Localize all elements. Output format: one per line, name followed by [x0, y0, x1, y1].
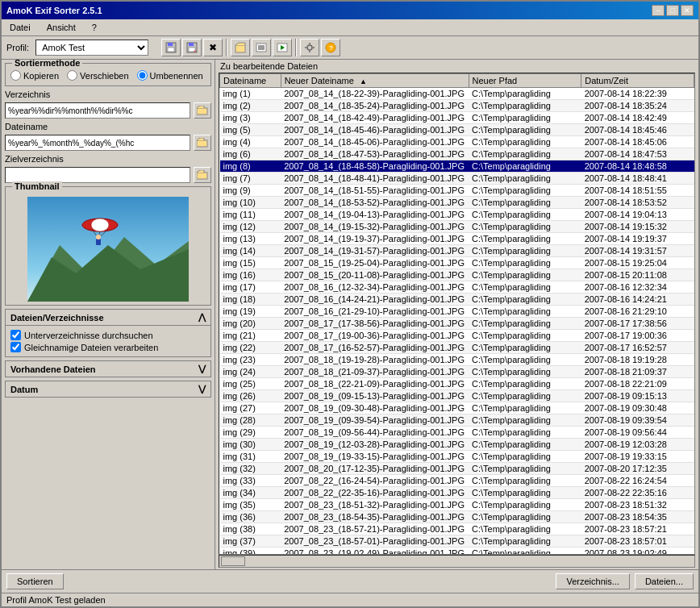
files-section-header[interactable]: Dateien/Verzeichnisse ⋀	[5, 309, 211, 326]
delete-profile-button[interactable]: ✖	[203, 39, 223, 56]
table-row[interactable]: img (16)2007_08_15_(20-11-08)-Paraglidin…	[220, 269, 694, 281]
col-new-path[interactable]: Neuer Pfad	[469, 74, 581, 88]
toolbar-separator-1	[226, 39, 227, 56]
go-button[interactable]	[273, 39, 292, 56]
samename-checkbox[interactable]	[10, 342, 21, 352]
table-row[interactable]: img (39)2007_08_23_(19-02-49)-Paraglidin…	[220, 548, 694, 556]
target-dir-input[interactable]	[5, 167, 190, 183]
save-profile-as-button[interactable]: +	[182, 39, 202, 56]
directory-browse-button[interactable]	[194, 102, 211, 119]
table-row[interactable]: img (26)2007_08_19_(09-15-13)-Paraglidin…	[220, 390, 694, 402]
svg-rect-7	[235, 45, 245, 52]
file-table-container[interactable]: Dateiname Neuer Dateiname ▲ Neuer Pfad D…	[219, 73, 695, 555]
table-row[interactable]: img (29)2007_08_19_(09-56-44)-Paraglidin…	[220, 427, 694, 439]
table-row[interactable]: img (2)2007_08_14_(18-35-24)-Paragliding…	[220, 100, 694, 112]
table-row[interactable]: img (7)2007_08_14_(18-48-41)-Paragliding…	[220, 173, 694, 185]
table-row[interactable]: img (5)2007_08_14_(18-45-46)-Paragliding…	[220, 124, 694, 136]
menu-datei[interactable]: Datei	[5, 21, 35, 34]
radio-umbenennen[interactable]: Umbenennen	[137, 70, 203, 81]
h-scroll-thumb[interactable]	[221, 556, 245, 566]
table-row[interactable]: img (12)2007_08_14_(19-15-32)-Paraglidin…	[220, 221, 694, 233]
save-profile-button[interactable]	[161, 39, 181, 56]
directory-field-row	[5, 102, 211, 119]
col-datetime[interactable]: Datum/Zeit	[581, 74, 694, 88]
table-row[interactable]: img (8)2007_08_14_(18-48-58)-Paragliding…	[220, 160, 694, 173]
open-source-button[interactable]	[231, 39, 250, 56]
horizontal-scrollbar[interactable]	[219, 555, 695, 568]
table-row[interactable]: img (31)2007_08_19_(19-33-15)-Paraglidin…	[220, 451, 694, 463]
filename-input[interactable]	[5, 135, 190, 151]
table-row[interactable]: img (13)2007_08_14_(19-19-37)-Paraglidin…	[220, 233, 694, 245]
directory-button[interactable]: Verzeichnis...	[556, 573, 629, 589]
cell-filename: img (25)	[220, 378, 281, 390]
table-row[interactable]: img (30)2007_08_19_(12-03-28)-Paraglidin…	[220, 439, 694, 451]
list-button[interactable]	[252, 39, 271, 56]
cell-datetime: 2007-08-19 19:33:15	[581, 451, 694, 463]
table-row[interactable]: img (14)2007_08_14_(19-31-57)-Paraglidin…	[220, 245, 694, 257]
table-row[interactable]: img (19)2007_08_16_(21-29-10)-Paraglidin…	[220, 306, 694, 318]
radio-umbenennen-input[interactable]	[137, 70, 148, 81]
cell-new-path: C:\Temp\paragliding	[469, 233, 581, 245]
cell-new-filename: 2007_08_14_(19-19-37)-Paragliding-001.JP…	[281, 233, 469, 245]
minimize-button[interactable]: −	[652, 5, 665, 16]
cell-datetime: 2007-08-23 18:54:35	[581, 511, 694, 523]
cell-new-filename: 2007_08_17_(16-52-57)-Paragliding-001.JP…	[281, 342, 469, 354]
table-row[interactable]: img (34)2007_08_22_(22-35-16)-Paraglidin…	[220, 487, 694, 499]
date-section-header[interactable]: Datum ⋁	[5, 381, 211, 398]
directory-input[interactable]	[5, 102, 190, 119]
cell-new-path: C:\Temp\paragliding	[469, 402, 581, 414]
radio-kopieren-input[interactable]	[10, 70, 21, 81]
table-row[interactable]: img (15)2007_08_15_(19-25-04)-Paraglidin…	[220, 257, 694, 269]
sort-button[interactable]: Sortieren	[6, 573, 64, 589]
help-button[interactable]: ?	[321, 39, 340, 56]
svg-rect-2	[168, 48, 174, 52]
close-button[interactable]: ✕	[681, 5, 694, 16]
table-row[interactable]: img (37)2007_08_23_(18-57-01)-Paraglidin…	[220, 535, 694, 548]
table-row[interactable]: img (17)2007_08_16_(12-32-34)-Paraglidin…	[220, 281, 694, 294]
table-row[interactable]: img (11)2007_08_14_(19-04-13)-Paraglidin…	[220, 209, 694, 221]
svg-rect-4	[189, 43, 194, 46]
col-new-filename[interactable]: Neuer Dateiname ▲	[281, 74, 469, 88]
menu-ansicht[interactable]: Ansicht	[42, 21, 81, 34]
toolbar: Profil: AmoK Test + ✖	[2, 36, 698, 60]
radio-verschieben[interactable]: Verschieben	[67, 70, 129, 81]
table-row[interactable]: img (38)2007_08_23_(18-57-21)-Paraglidin…	[220, 523, 694, 535]
table-row[interactable]: img (27)2007_08_19_(09-30-48)-Paraglidin…	[220, 402, 694, 414]
filename-browse-button[interactable]	[194, 135, 211, 151]
col-filename[interactable]: Dateiname	[220, 74, 281, 88]
table-row[interactable]: img (24)2007_08_18_(21-09-37)-Paraglidin…	[220, 366, 694, 378]
cell-datetime: 2007-08-20 17:12:35	[581, 463, 694, 475]
table-row[interactable]: img (21)2007_08_17_(19-00-36)-Paraglidin…	[220, 330, 694, 342]
table-row[interactable]: img (25)2007_08_18_(22-21-09)-Paraglidin…	[220, 378, 694, 390]
table-row[interactable]: img (23)2007_08_18_(19-19-28)-Paraglidin…	[220, 354, 694, 366]
table-row[interactable]: img (20)2007_08_17_(17-38-56)-Paraglidin…	[220, 318, 694, 330]
table-row[interactable]: img (6)2007_08_14_(18-47-53)-Paragliding…	[220, 148, 694, 160]
maximize-button[interactable]: □	[666, 5, 679, 16]
menu-help[interactable]: ?	[87, 21, 102, 34]
cell-new-filename: 2007_08_14_(18-48-41)-Paragliding-001.JP…	[281, 173, 469, 185]
cell-new-path: C:\Temp\paragliding	[469, 354, 581, 366]
profile-select[interactable]: AmoK Test	[35, 40, 148, 56]
subdir-checkbox[interactable]	[10, 330, 21, 340]
table-row[interactable]: img (18)2007_08_16_(14-24-21)-Paraglidin…	[220, 294, 694, 306]
table-row[interactable]: img (3)2007_08_14_(18-42-49)-Paragliding…	[220, 112, 694, 124]
subdir-checkbox-label[interactable]: Unterverzeichnisse durchsuchen	[10, 329, 206, 341]
radio-kopieren[interactable]: Kopieren	[10, 70, 59, 81]
radio-verschieben-input[interactable]	[67, 70, 77, 81]
target-dir-browse-button[interactable]	[194, 167, 211, 183]
table-row[interactable]: img (35)2007_08_23_(18-51-32)-Paraglidin…	[220, 499, 694, 511]
table-row[interactable]: img (10)2007_08_14_(18-53-52)-Paraglidin…	[220, 197, 694, 209]
table-row[interactable]: img (32)2007_08_20_(17-12-35)-Paraglidin…	[220, 463, 694, 475]
table-row[interactable]: img (1)2007_08_14_(18-22-39)-Paragliding…	[220, 88, 694, 100]
table-row[interactable]: img (9)2007_08_14_(18-51-55)-Paragliding…	[220, 185, 694, 197]
cell-datetime: 2007-08-14 19:04:13	[581, 209, 694, 221]
table-row[interactable]: img (36)2007_08_23_(18-54-35)-Paraglidin…	[220, 511, 694, 523]
table-row[interactable]: img (33)2007_08_22_(16-24-54)-Paraglidin…	[220, 475, 694, 487]
table-row[interactable]: img (28)2007_08_19_(09-39-54)-Paraglidin…	[220, 414, 694, 427]
files-button[interactable]: Dateien...	[635, 573, 694, 589]
table-row[interactable]: img (22)2007_08_17_(16-52-57)-Paraglidin…	[220, 342, 694, 354]
existing-files-header[interactable]: Vorhandene Dateien ⋁	[5, 360, 211, 377]
samename-checkbox-label[interactable]: Gleichnamige Dateien verarbeiten	[10, 341, 206, 353]
settings-button[interactable]	[300, 39, 319, 56]
table-row[interactable]: img (4)2007_08_14_(18-45-06)-Paragliding…	[220, 136, 694, 148]
